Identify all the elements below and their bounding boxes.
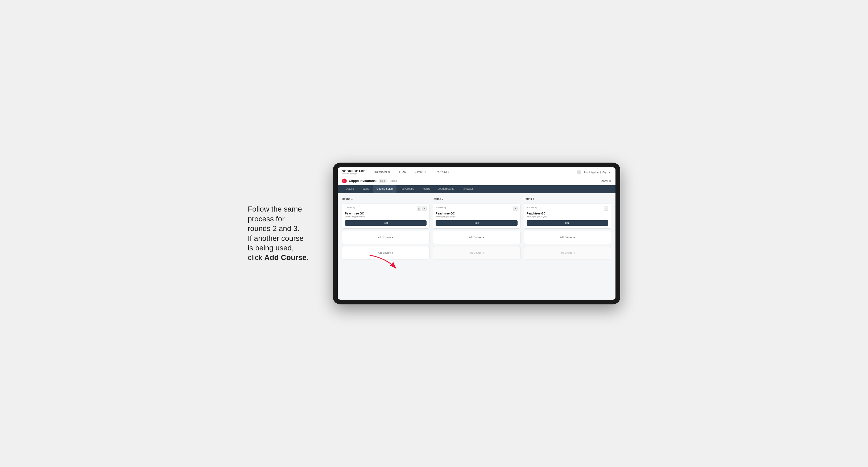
tab-printables[interactable]: Printables — [458, 185, 477, 193]
round-1-column: Round 1 (Course A) ⊞ ✕ Peachtree GC — [342, 197, 430, 259]
round-3-add-course-2: Add Course + — [524, 246, 611, 259]
round-2-add-course-text-1: Add Course + — [469, 236, 484, 239]
course-expand-btn[interactable]: ⊞ — [417, 207, 421, 211]
round-2-label: Round 2 — [433, 197, 520, 200]
logo-sub: Powered by clippd — [342, 173, 366, 175]
round-2-add-course-1[interactable]: Add Course + — [433, 231, 520, 244]
add-plus-icon: + — [392, 236, 393, 239]
tab-results[interactable]: Results — [418, 185, 434, 193]
clippd-logo: C — [342, 179, 347, 183]
instruction-line6: click — [248, 253, 264, 261]
scoreboard-logo: SCOREBOARD Powered by clippd — [342, 169, 366, 175]
round-3-add-course-text-1: Add Course + — [560, 236, 575, 239]
instruction-line5: is being used, — [248, 244, 294, 252]
course-actions: ⊞ ✕ — [417, 207, 427, 211]
round-2-add-course-2: Add Course + — [433, 246, 520, 259]
user-avatar — [577, 170, 581, 174]
tab-leaderboards[interactable]: Leaderboards — [434, 185, 458, 193]
round-2-course-actions: ✕ — [513, 207, 518, 211]
round-3-course-label: (Course A) — [527, 207, 537, 209]
add-plus-icon-2: + — [392, 251, 393, 254]
round-1-course-details: Yellow (M) (6629 yds) — [345, 216, 427, 218]
logo-title: SCOREBOARD — [342, 169, 366, 173]
round-3-column: Round 3 (Course A) ✕ Peachtree GC Yellow… — [524, 197, 611, 259]
round-1-course-label: (Course A) — [345, 207, 355, 209]
nav-separator: | — [600, 171, 601, 174]
cancel-label: Cancel — [600, 180, 608, 183]
instruction-text: Follow the same process for rounds 2 and… — [248, 205, 322, 262]
round-2-delete-btn[interactable]: ✕ — [513, 207, 518, 211]
tablet-screen: SCOREBOARD Powered by clippd TOURNAMENTS… — [338, 167, 616, 300]
add-course-text-2: Add Course + — [378, 251, 394, 254]
nav-teams[interactable]: TEAMS — [399, 170, 408, 174]
round-3-course-card: (Course A) ✕ Peachtree GC Yellow (M) (66… — [524, 204, 611, 228]
round-3-course-actions: ✕ — [604, 207, 608, 211]
instruction-line3: rounds 2 and 3. — [248, 224, 300, 232]
user-email: blair@clippd.io — [583, 171, 598, 174]
tablet-frame: SCOREBOARD Powered by clippd TOURNAMENTS… — [333, 163, 620, 304]
round-3-add-course-1[interactable]: Add Course + — [524, 231, 611, 244]
add-course-label-2: Add Course — [378, 251, 391, 254]
round-1-add-course-1[interactable]: Add Course + — [342, 231, 430, 244]
round-2-add-label-2: Add Course — [469, 251, 482, 254]
round-1-edit-button[interactable]: Edit — [345, 220, 427, 226]
round-3-course-name: Peachtree GC — [527, 212, 608, 215]
add-course-label: Add Course — [378, 236, 391, 239]
sub-header: C Clippd Invitational Men Hosting Cancel… — [338, 177, 616, 185]
cancel-button[interactable]: Cancel ✕ — [600, 180, 611, 183]
gender-badge: Men — [379, 179, 386, 183]
tab-course-setup[interactable]: Course Setup — [373, 185, 397, 193]
round-2-card-header: (Course A) ✕ — [436, 207, 517, 211]
instruction-line2: process for — [248, 215, 285, 223]
nav-right: blair@clippd.io | Sign out — [577, 170, 611, 174]
round-2-course-label: (Course A) — [436, 207, 446, 209]
round-3-label: Round 3 — [524, 197, 611, 200]
round-3-add-plus-1: + — [574, 236, 575, 239]
nav-rankings[interactable]: RANKINGS — [436, 170, 450, 174]
round-2-add-plus-1: + — [483, 236, 484, 239]
nav-tournaments[interactable]: TOURNAMENTS — [372, 170, 393, 174]
round-3-course-details: Yellow (M) (6629 yds) — [527, 216, 608, 218]
rounds-grid: Round 1 (Course A) ⊞ ✕ Peachtree GC — [342, 197, 611, 259]
round-2-add-course-text-2: Add Course + — [469, 251, 484, 254]
top-nav: SCOREBOARD Powered by clippd TOURNAMENTS… — [338, 167, 616, 177]
tournament-info: C Clippd Invitational Men Hosting — [342, 179, 397, 183]
instruction-line4: If another course — [248, 234, 304, 242]
tab-bar: Details Teams Course Setup Tee Groups Re… — [338, 185, 616, 193]
tournament-name: Clippd Invitational — [349, 179, 376, 183]
round-3-add-label-2: Add Course — [560, 251, 572, 254]
tab-teams[interactable]: Teams — [358, 185, 373, 193]
round-3-add-plus-2: + — [574, 251, 575, 254]
tab-tee-groups[interactable]: Tee Groups — [397, 185, 418, 193]
instruction-line1: Follow the same — [248, 205, 302, 213]
round-2-course-name: Peachtree GC — [436, 212, 517, 215]
nav-committee[interactable]: COMMITTEE — [414, 170, 431, 174]
add-course-text-1: Add Course + — [378, 236, 394, 239]
round-1-course-card: (Course A) ⊞ ✕ Peachtree GC Yellow (M) (… — [342, 204, 430, 228]
cancel-icon: ✕ — [609, 180, 611, 183]
round-2-course-card: (Course A) ✕ Peachtree GC Yellow (M) (66… — [433, 204, 520, 228]
tablet-screen-wrapper: SCOREBOARD Powered by clippd TOURNAMENTS… — [338, 167, 616, 300]
sign-out-link[interactable]: Sign out — [602, 171, 611, 174]
round-3-card-header: (Course A) ✕ — [527, 207, 608, 211]
course-card-header: (Course A) ⊞ ✕ — [345, 207, 427, 211]
nav-links: TOURNAMENTS TEAMS COMMITTEE RANKINGS — [372, 170, 577, 174]
course-delete-btn[interactable]: ✕ — [422, 207, 427, 211]
round-2-add-label-1: Add Course — [469, 236, 482, 239]
round-1-label: Round 1 — [342, 197, 430, 200]
round-2-column: Round 2 (Course A) ✕ Peachtree GC Yellow… — [433, 197, 520, 259]
round-2-course-details: Yellow (M) (6629 yds) — [436, 216, 517, 218]
round-3-add-label-1: Add Course — [560, 236, 572, 239]
round-2-edit-button[interactable]: Edit — [436, 220, 517, 226]
hosting-badge: Hosting — [389, 180, 397, 182]
round-2-add-plus-2: + — [483, 251, 484, 254]
main-content: Round 1 (Course A) ⊞ ✕ Peachtree GC — [338, 193, 616, 300]
instruction-bold: Add Course. — [264, 253, 308, 261]
page-wrapper: Follow the same process for rounds 2 and… — [248, 163, 620, 304]
round-3-edit-button[interactable]: Edit — [527, 220, 608, 226]
round-1-course-name: Peachtree GC — [345, 212, 427, 215]
round-1-add-course-2[interactable]: Add Course + — [342, 246, 430, 259]
round-3-delete-btn[interactable]: ✕ — [604, 207, 608, 211]
tab-details[interactable]: Details — [342, 185, 358, 193]
round-3-add-course-text-2: Add Course + — [560, 251, 575, 254]
